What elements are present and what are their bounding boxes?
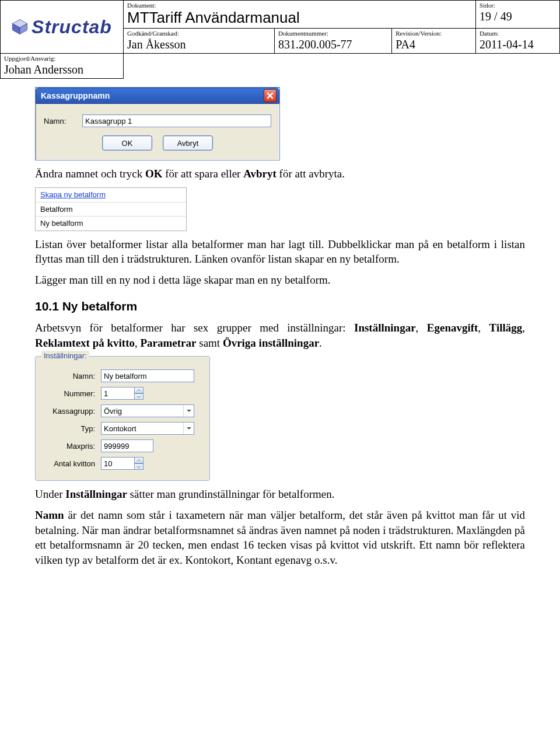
list-item[interactable]: Betalform <box>36 203 186 217</box>
antal-kvitton-label: Antal kvitton <box>43 459 101 469</box>
para-listan: Listan över betalformer listar alla beta… <box>35 237 525 267</box>
chevron-down-icon <box>186 425 192 431</box>
kassagrupp-select[interactable]: Övrig <box>101 404 194 417</box>
close-icon <box>267 92 274 99</box>
chevron-down-icon <box>186 408 192 414</box>
doknr-value: 831.200.005-77 <box>278 37 388 52</box>
logo-cell: Structab <box>1 1 124 54</box>
ok-button[interactable]: OK <box>102 135 152 151</box>
skapa-ny-betalform-link[interactable]: Skapa ny betalform <box>36 188 186 203</box>
cube-icon <box>12 19 28 35</box>
name-input[interactable] <box>82 114 271 127</box>
uppgjord-value: Johan Andersson <box>4 62 120 77</box>
godkand-value: Jan Åkesson <box>127 37 271 52</box>
datum-label: Datum: <box>480 30 556 37</box>
dialog-titlebar[interactable]: Kassagruppnamn <box>36 88 279 104</box>
fieldset-legend: Inställningar: <box>41 351 89 361</box>
uppgjord-label: Uppgjord/Ansvarig: <box>4 55 120 62</box>
document-header: Structab Dokument: MTTariff Användarmanu… <box>0 0 560 79</box>
sidor-value: 19 / 49 <box>480 9 556 24</box>
para-arbetsvyn: Arbetsvyn för betalformer har sex gruppe… <box>35 320 525 350</box>
chevron-down-icon <box>136 395 141 399</box>
namn-input[interactable] <box>101 369 194 382</box>
para-andra-namnet: Ändra namnet och tryck OK för att spara … <box>35 166 525 181</box>
chevron-up-icon <box>136 459 141 462</box>
godkand-label: Godkänd/Granskad: <box>127 30 271 37</box>
rev-label: Revision/Version: <box>396 30 472 37</box>
installningar-fieldset: Inställningar: Namn: Nummer: <box>35 356 210 481</box>
kassagrupp-value: Övrig <box>104 406 122 417</box>
nummer-spin-down[interactable] <box>134 393 144 400</box>
dokument-label: Dokument: <box>127 2 472 9</box>
namn-label: Namn: <box>43 371 101 382</box>
typ-select[interactable]: Kontokort <box>101 422 194 435</box>
cancel-button[interactable]: Avbryt <box>163 135 213 151</box>
nummer-label: Nummer: <box>43 389 101 399</box>
dokument-title: MTTariff Användarmanual <box>127 9 472 27</box>
dialog-title: Kassagruppnamn <box>41 90 110 102</box>
sidor-label: Sidor: <box>480 2 556 9</box>
nummer-spin-up[interactable] <box>134 387 144 393</box>
close-button[interactable] <box>264 89 276 102</box>
betalform-list: Skapa ny betalform Betalform Ny betalfor… <box>35 187 187 231</box>
para-under-installningar: Under Inställningar sätter man grundinst… <box>35 487 525 502</box>
rev-value: PA4 <box>396 37 472 52</box>
chevron-up-icon <box>136 389 141 392</box>
logo-text: Structab <box>32 16 112 38</box>
typ-value: Kontokort <box>104 424 136 434</box>
para-lagger: Lägger man till en ny nod i detta läge s… <box>35 273 525 288</box>
datum-value: 2011-04-14 <box>480 37 556 52</box>
list-item[interactable]: Ny betalform <box>36 217 186 231</box>
kassagruppnamn-dialog: Kassagruppnamn Namn: OK Avbryt <box>35 87 280 160</box>
doknr-label: Dokumentnummer: <box>278 30 388 37</box>
kassagrupp-label: Kassagrupp: <box>43 406 101 417</box>
name-label: Namn: <box>44 116 75 127</box>
maxpris-label: Maxpris: <box>43 441 101 452</box>
heading-10-1: 10.1 Ny betalform <box>35 298 525 315</box>
chevron-down-icon <box>136 465 141 469</box>
typ-label: Typ: <box>43 424 101 434</box>
nummer-input[interactable] <box>101 387 135 400</box>
antal-spin-down[interactable] <box>134 463 144 470</box>
logo: Structab <box>12 16 112 38</box>
antal-spin-up[interactable] <box>134 457 144 463</box>
para-namn-desc: Namn är det namn som står i taxametern n… <box>35 508 525 568</box>
maxpris-input[interactable] <box>101 439 153 452</box>
antal-kvitton-input[interactable] <box>101 457 135 470</box>
